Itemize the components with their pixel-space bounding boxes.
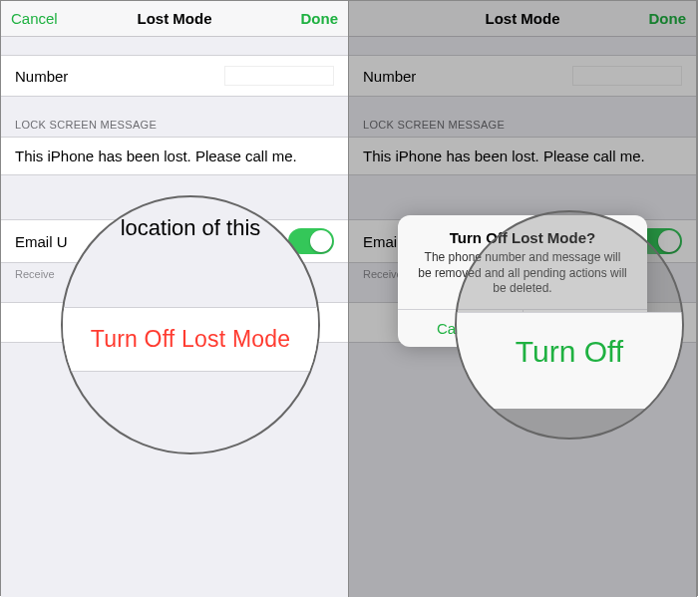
navbar: Cancel Lost Mode Done xyxy=(1,1,348,37)
number-label: Number xyxy=(15,68,68,85)
number-value xyxy=(224,66,334,86)
email-updates-label: Email U xyxy=(15,233,68,250)
lock-screen-header: LOCK SCREEN MESSAGE xyxy=(1,97,348,137)
number-row[interactable]: Number xyxy=(1,55,348,97)
lock-message-row[interactable]: This iPhone has been lost. Please call m… xyxy=(1,137,348,175)
number-value xyxy=(572,66,682,86)
magnified-turn-off-lost-mode[interactable]: Turn Off Lost Mode xyxy=(63,307,318,372)
lock-screen-header: LOCK SCREEN MESSAGE xyxy=(349,97,696,137)
done-button[interactable]: Done xyxy=(301,10,339,27)
magnified-turn-off-button[interactable]: Turn Off xyxy=(457,312,682,409)
lock-message-row[interactable]: This iPhone has been lost. Please call m… xyxy=(349,137,696,175)
magnifier-lens-left: location of this Turn Off Lost Mode xyxy=(61,195,320,454)
done-button[interactable]: Done xyxy=(649,10,687,27)
number-row[interactable]: Number xyxy=(349,55,696,97)
magnifier-lens-right: Turn Off xyxy=(455,210,684,440)
page-title: Lost Mode xyxy=(349,10,696,27)
dual-screenshot-container: Cancel Lost Mode Done Number LOCK SCREEN… xyxy=(0,0,698,596)
cancel-button[interactable]: Cancel xyxy=(11,10,58,27)
number-label: Number xyxy=(363,68,416,85)
navbar: Cancel Lost Mode Done xyxy=(349,1,696,37)
